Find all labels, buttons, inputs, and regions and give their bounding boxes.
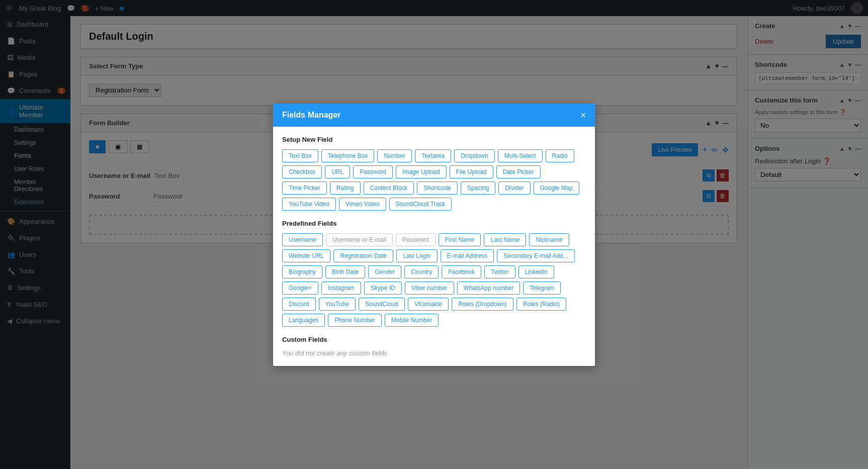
setup-field-url[interactable]: URL [325, 165, 350, 178]
setup-field-multi-select[interactable]: Multi-Select [498, 149, 543, 162]
setup-field-image-upload[interactable]: Image Upload [396, 165, 447, 178]
predefined-field-roles-(radio)[interactable]: Roles (Radio) [516, 298, 566, 311]
setup-field-telephone-box[interactable]: Telephone Box [321, 149, 374, 162]
setup-field-textarea[interactable]: Textarea [415, 149, 451, 162]
setup-field-rating[interactable]: Rating [330, 181, 361, 195]
setup-field-text-box[interactable]: Text Box [282, 149, 318, 162]
setup-field-youtube-video[interactable]: YouTube Video [282, 198, 336, 211]
predefined-field-first-name[interactable]: First Name [439, 233, 481, 246]
modal-header: Fields Manager × [273, 104, 595, 127]
modal-body: Setup New Field Text BoxTelephone BoxNum… [273, 127, 595, 366]
setup-field-spacing[interactable]: Spacing [461, 181, 495, 195]
predefined-field-linkedin[interactable]: LinkedIn [518, 265, 554, 278]
predefined-field-languages[interactable]: Languages [282, 314, 325, 327]
setup-field-time-picker[interactable]: Time Picker [282, 181, 327, 195]
setup-field-file-upload[interactable]: File Upload [450, 165, 493, 178]
predefined-field-mobile-number[interactable]: Mobile Number [385, 314, 439, 327]
setup-field-dropdown[interactable]: Dropdown [454, 149, 495, 162]
predefined-field-country[interactable]: Country [404, 265, 439, 278]
predefined-field-last-login[interactable]: Last Login [396, 249, 437, 262]
predefined-field-telegram[interactable]: Telegram [523, 282, 561, 295]
predefined-field-vkontakte[interactable]: VKontakte [408, 298, 449, 311]
setup-field-number[interactable]: Number [377, 149, 412, 162]
predefined-field-facebook[interactable]: Facebook [442, 265, 481, 278]
predefined-field-password: Password [396, 233, 436, 246]
predefined-field-username[interactable]: Username [282, 233, 323, 246]
modal-overlay[interactable]: Fields Manager × Setup New Field Text Bo… [0, 0, 868, 469]
predefined-field-username-or-e-mail: Username or E-mail [326, 233, 393, 246]
setup-field-divider[interactable]: Divider [498, 181, 530, 195]
predefined-field-website-url[interactable]: Website URL [282, 249, 330, 262]
predefined-section-title: Predefined Fields [282, 220, 586, 227]
predefined-field-soundcloud[interactable]: SoundCloud [359, 298, 405, 311]
predefined-field-discord[interactable]: Discord [282, 298, 316, 311]
setup-field-content-block[interactable]: Content Block [364, 181, 414, 195]
predefined-field-whatsapp-number[interactable]: WhatsApp number [457, 282, 520, 295]
predefined-field-phone-number[interactable]: Phone Number [328, 314, 382, 327]
custom-section-title: Custom Fields [282, 336, 586, 343]
predefined-field-birth-date[interactable]: Birth Date [325, 265, 365, 278]
predefined-field-skype-id[interactable]: Skype ID [364, 282, 402, 295]
setup-field-date-picker[interactable]: Date Picker [496, 165, 541, 178]
predefined-field-twitter[interactable]: Twitter [484, 265, 515, 278]
setup-section-title: Setup New Field [282, 136, 586, 143]
setup-field-google-map[interactable]: Google Map [534, 181, 579, 195]
predefined-field-last-name[interactable]: Last Name [484, 233, 526, 246]
modal-close-button[interactable]: × [580, 111, 586, 120]
setup-fields-grid: Text BoxTelephone BoxNumberTextareaDropd… [282, 149, 586, 211]
setup-field-radio[interactable]: Radio [546, 149, 574, 162]
fields-manager-modal: Fields Manager × Setup New Field Text Bo… [273, 104, 595, 366]
predefined-field-instagram[interactable]: Instagram [321, 282, 361, 295]
predefined-fields-grid: UsernameUsername or E-mailPasswordFirst … [282, 233, 586, 327]
setup-field-checkbox[interactable]: Checkbox [282, 165, 322, 178]
predefined-field-gender[interactable]: Gender [368, 265, 401, 278]
setup-field-shortcode[interactable]: Shortcode [417, 181, 458, 195]
custom-fields-empty: You did not create any custom fields [282, 349, 586, 357]
predefined-field-secondary-e-mail-add...[interactable]: Secondary E-mail Add... [497, 249, 575, 262]
predefined-field-registration-date[interactable]: Registration Date [333, 249, 393, 262]
predefined-field-biography[interactable]: Biography [282, 265, 322, 278]
predefined-field-roles-(dropdown)[interactable]: Roles (Dropdown) [452, 298, 513, 311]
modal-title: Fields Manager [282, 111, 340, 120]
predefined-field-e-mail-address[interactable]: E-mail Address [441, 249, 494, 262]
setup-field-password[interactable]: Password [353, 165, 393, 178]
predefined-field-nickname[interactable]: Nickname [529, 233, 569, 246]
predefined-field-youtube[interactable]: YouTube [319, 298, 356, 311]
predefined-field-google+[interactable]: Google+ [282, 282, 318, 295]
setup-field-soundcloud-track[interactable]: SoundCloud Track [389, 198, 452, 211]
setup-field-vimeo-video[interactable]: Vimeo Video [339, 198, 386, 211]
predefined-field-viber-number[interactable]: Viber number [405, 282, 454, 295]
